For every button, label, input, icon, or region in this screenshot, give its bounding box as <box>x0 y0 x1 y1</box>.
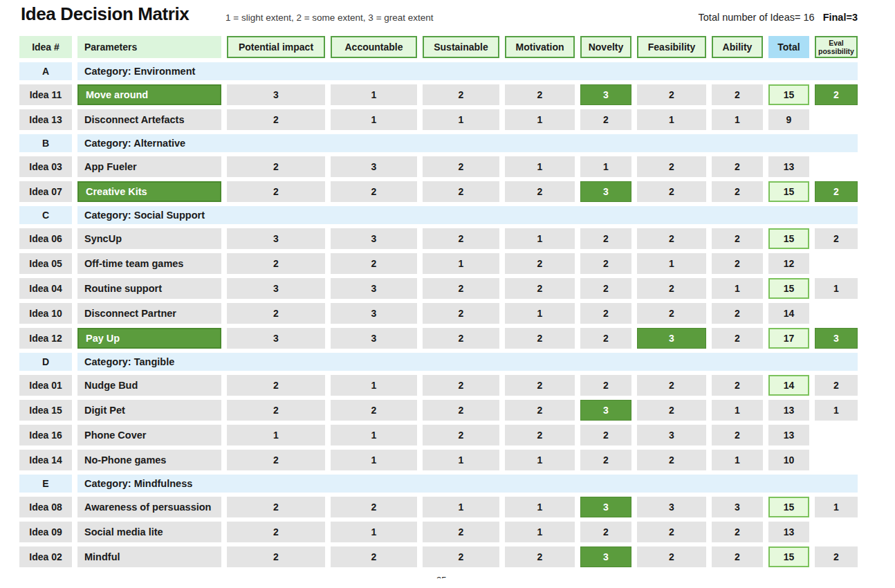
idea-id-cell: Idea 04 <box>19 278 72 299</box>
idea-id-cell: Idea 01 <box>19 375 72 396</box>
score-cell: 2 <box>580 303 631 324</box>
score-cell: 1 <box>331 425 417 445</box>
page: Idea Decision Matrix 1 = slight extent, … <box>0 0 895 588</box>
total-cell: 13 <box>768 425 809 445</box>
score-cell: 2 <box>712 303 763 324</box>
score-cell: 1 <box>712 400 763 421</box>
idea-name-cell: Creative Kits <box>77 181 221 202</box>
score-cell: 2 <box>712 228 763 249</box>
score-cell: 2 <box>331 546 417 567</box>
eval-cell-empty <box>815 450 858 470</box>
score-cell: 3 <box>227 278 325 299</box>
score-cell: 3 <box>227 328 325 349</box>
category-row: ACategory: Environment <box>19 62 858 80</box>
score-cell: 1 <box>423 109 499 130</box>
score-cell: 2 <box>227 497 325 517</box>
score-cell: 2 <box>580 328 631 349</box>
eval-cell: 3 <box>815 328 858 349</box>
idea-id-cell: Idea 15 <box>19 400 72 421</box>
total-cell: 15 <box>768 84 809 105</box>
score-cell: 2 <box>637 400 706 421</box>
idea-row: Idea 10Disconnect Partner232122214 <box>19 303 858 324</box>
score-cell: 1 <box>423 253 499 274</box>
idea-name-cell: Nudge Bud <box>77 375 221 396</box>
score-cell: 2 <box>227 303 325 324</box>
score-cell: 1 <box>637 253 706 274</box>
score-cell: 2 <box>580 375 631 396</box>
idea-name-cell: Routine support <box>77 278 221 299</box>
eval-cell-empty <box>815 253 858 274</box>
score-cell: 2 <box>637 546 706 567</box>
score-cell: 2 <box>505 400 575 421</box>
idea-row: Idea 01Nudge Bud2122222142 <box>19 375 858 396</box>
score-cell: 3 <box>331 303 417 324</box>
total-cell: 13 <box>768 522 809 542</box>
score-cell: 3 <box>331 228 417 249</box>
idea-name-cell: Social media lite <box>77 522 221 542</box>
score-cell: 3 <box>331 156 417 177</box>
rating-legend: 1 = slight extent, 2 = some extent, 3 = … <box>225 12 434 23</box>
score-cell: 3 <box>637 328 706 349</box>
score-cell: 2 <box>712 375 763 396</box>
eval-cell: 1 <box>815 400 858 421</box>
eval-cell: 1 <box>815 278 858 299</box>
category-label: Category: Environment <box>77 62 858 80</box>
idea-row: Idea 06SyncUp3321222152 <box>19 228 858 249</box>
score-cell: 2 <box>505 278 575 299</box>
score-cell: 2 <box>423 522 499 542</box>
score-cell: 1 <box>505 497 575 517</box>
score-cell: 1 <box>423 497 499 517</box>
category-letter: A <box>19 62 72 80</box>
score-cell: 2 <box>423 303 499 324</box>
score-cell: 2 <box>580 425 631 445</box>
score-cell: 2 <box>637 228 706 249</box>
category-label: Category: Mindfulness <box>77 475 858 493</box>
idea-row: Idea 12Pay Up3322232173 <box>19 328 858 349</box>
score-cell: 3 <box>637 425 706 445</box>
eval-cell: 2 <box>815 228 858 249</box>
idea-name-cell: Disconnect Partner <box>77 303 221 324</box>
page-title: Idea Decision Matrix <box>21 3 189 25</box>
idea-row: Idea 11Move around3122322152 <box>19 84 858 105</box>
score-cell: 3 <box>580 546 631 567</box>
score-cell: 1 <box>505 450 575 470</box>
category-letter: C <box>19 206 72 224</box>
category-label: Category: Alternative <box>77 134 858 152</box>
score-cell: 1 <box>580 156 631 177</box>
eval-cell-empty <box>815 425 858 445</box>
score-cell: 2 <box>505 375 575 396</box>
idea-id-cell: Idea 13 <box>19 109 72 130</box>
score-cell: 2 <box>331 181 417 202</box>
score-cell: 2 <box>580 253 631 274</box>
eval-cell-empty <box>815 303 858 324</box>
score-cell: 2 <box>580 228 631 249</box>
score-cell: 1 <box>637 109 706 130</box>
score-cell: 3 <box>227 228 325 249</box>
score-cell: 1 <box>331 450 417 470</box>
score-cell: 2 <box>227 156 325 177</box>
total-cell: 14 <box>768 375 809 396</box>
category-letter: E <box>19 475 72 493</box>
idea-id-cell: Idea 12 <box>19 328 72 349</box>
category-label: Category: Social Support <box>77 206 858 224</box>
eval-cell-empty <box>815 156 858 177</box>
score-cell: 3 <box>331 278 417 299</box>
score-cell: 1 <box>505 522 575 542</box>
score-cell: 2 <box>331 497 417 517</box>
score-cell: 2 <box>505 253 575 274</box>
column-header-parameters: Parameters <box>77 36 221 58</box>
total-cell: 15 <box>768 546 809 567</box>
idea-id-cell: Idea 16 <box>19 425 72 445</box>
score-cell: 1 <box>505 156 575 177</box>
idea-row: Idea 16Phone Cover112223213 <box>19 425 858 445</box>
total-cell: 14 <box>768 303 809 324</box>
eval-cell: 2 <box>815 181 858 202</box>
category-letter: D <box>19 353 72 371</box>
idea-id-cell: Idea 09 <box>19 522 72 542</box>
idea-name-cell: Mindful <box>77 546 221 567</box>
score-cell: 2 <box>227 522 325 542</box>
category-label: Category: Tangible <box>77 353 858 371</box>
score-cell: 1 <box>712 109 763 130</box>
score-cell: 1 <box>423 450 499 470</box>
idea-row: Idea 03App Fueler232112213 <box>19 156 858 177</box>
